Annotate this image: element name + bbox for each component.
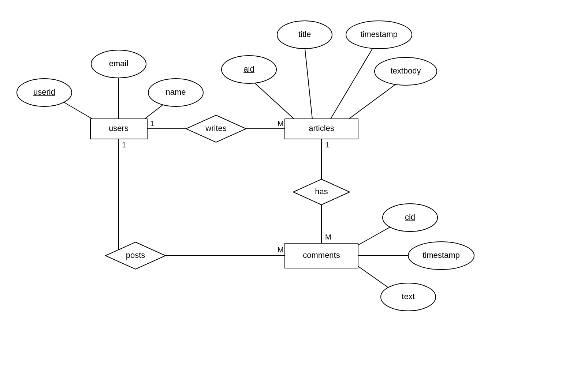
edge-articles-title xyxy=(305,46,312,119)
attr-comments-cid-label: cid xyxy=(405,212,415,222)
entity-comments-label: comments xyxy=(303,251,340,260)
card-articles-writes: M xyxy=(278,120,284,128)
attr-users-email: email xyxy=(91,50,146,78)
attr-comments-timestamp-label: timestamp xyxy=(423,251,459,260)
edge-articles-textbody xyxy=(349,82,398,119)
attr-articles-aid: aid xyxy=(222,56,276,83)
card-users-writes: 1 xyxy=(150,120,154,128)
attr-users-userid: userid xyxy=(17,79,72,106)
attr-articles-textbody: textbody xyxy=(375,57,437,85)
card-comments-posts: M xyxy=(278,246,284,254)
entity-comments: comments xyxy=(285,243,358,268)
entity-users: users xyxy=(90,119,147,139)
attr-articles-title: title xyxy=(277,21,332,49)
attr-comments-text: text xyxy=(381,283,436,311)
attr-articles-aid-label: aid xyxy=(243,64,254,74)
attr-comments-timestamp: timestamp xyxy=(408,242,474,270)
relationship-writes-label: writes xyxy=(205,124,226,133)
edge-articles-aid xyxy=(252,80,294,119)
card-comments-has: M xyxy=(325,233,331,241)
card-users-posts: 1 xyxy=(122,141,126,149)
attr-articles-timestamp-label: timestamp xyxy=(360,30,397,39)
relationship-has: has xyxy=(293,179,350,205)
attr-articles-timestamp: timestamp xyxy=(346,21,412,49)
relationship-posts: posts xyxy=(105,242,165,269)
attr-comments-cid: cid xyxy=(383,204,438,232)
relationship-has-label: has xyxy=(315,187,328,196)
entity-users-label: users xyxy=(109,124,129,133)
attr-users-userid-label: userid xyxy=(33,87,55,97)
attr-users-email-label: email xyxy=(109,59,129,68)
attr-comments-text-label: text xyxy=(402,292,414,301)
attr-articles-textbody-label: textbody xyxy=(390,66,421,75)
attr-users-name-label: name xyxy=(165,87,186,97)
card-articles-has: 1 xyxy=(325,141,329,149)
entity-articles-label: articles xyxy=(309,124,334,133)
edge-articles-timestamp xyxy=(331,44,375,119)
er-diagram: 1 M 1 M 1 M users userid email name arti… xyxy=(0,0,588,365)
relationship-posts-label: posts xyxy=(126,251,145,260)
relationship-writes: writes xyxy=(186,115,246,142)
entity-articles: articles xyxy=(285,119,358,139)
edge-users-userid xyxy=(64,102,92,119)
attr-users-name: name xyxy=(148,79,203,106)
attr-articles-title-label: title xyxy=(298,30,311,39)
